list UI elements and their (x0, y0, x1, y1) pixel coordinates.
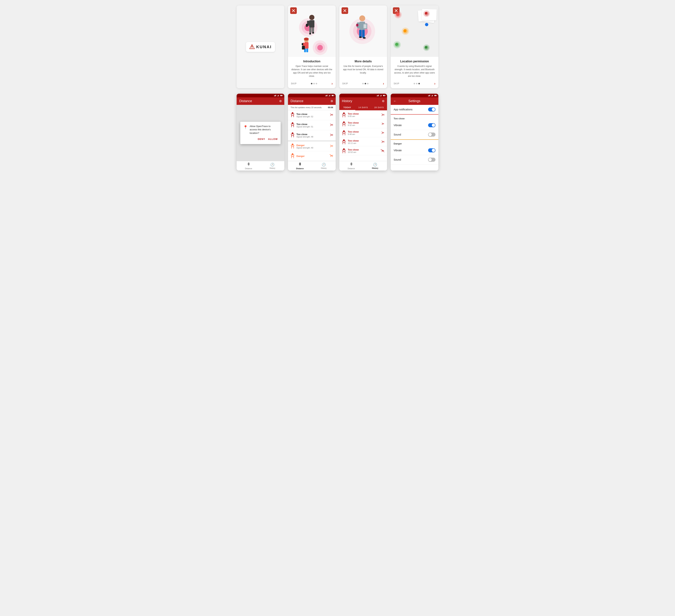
svg-rect-49 (275, 95, 276, 96)
svg-point-69 (332, 114, 332, 115)
svg-rect-88 (381, 95, 381, 96)
too-close-header: Too close (391, 115, 438, 121)
splash-screen: KUNAI (237, 5, 284, 88)
settings-screen: ← Settings App notifications Too close V… (391, 94, 438, 171)
svg-rect-87 (380, 96, 380, 96)
bt-waves-svg-2 (329, 123, 333, 126)
distance-list-screen: Distance ⚙ This list updates every 10 se… (288, 94, 336, 171)
nav-distance-3[interactable]: Distance (339, 161, 363, 171)
gear-icon-3[interactable]: ⚙ (382, 99, 384, 103)
more-details-screen: More details Use this for teams of peopl… (339, 5, 387, 88)
history-item-3: Too close 9:48 am (339, 128, 387, 137)
svg-rect-66 (332, 95, 333, 96)
danger-sound-toggle[interactable] (428, 158, 436, 162)
intro-next-button[interactable]: › (331, 81, 333, 86)
nav-history-3[interactable]: 🕐 History (363, 161, 387, 171)
svg-point-41 (363, 37, 366, 39)
settings-danger-section: Danger Vibrate Sound (391, 140, 438, 164)
history-person-svg-1 (342, 112, 346, 117)
app-notifications-toggle[interactable] (428, 107, 436, 111)
nav-history-2[interactable]: 🕐 History (312, 161, 336, 171)
intro-footer: SKIP › (288, 80, 336, 88)
history-info-2: Too close 9:32 am (348, 121, 379, 126)
gear-icon-1[interactable]: ⚙ (279, 99, 282, 103)
onboarding-row: KUNAI (5, 5, 670, 88)
svg-point-104 (383, 142, 384, 142)
location-title: Location permission (394, 60, 435, 63)
svg-rect-114 (432, 95, 432, 96)
nav-history-label-2: History (321, 167, 326, 169)
history-time-1: 9:05 am (348, 115, 379, 117)
bluetooth-icon-1 (247, 162, 250, 167)
svg-rect-86 (378, 95, 379, 96)
location-skip-button[interactable]: SKIP (394, 82, 399, 85)
tab-14-days[interactable]: 14 DAYS (355, 105, 371, 110)
signal-waves-5 (329, 154, 333, 158)
distance-label-2: Too close (296, 123, 327, 125)
history-info-5: Too close 10:52 am (348, 148, 379, 153)
svg-rect-61 (329, 96, 329, 96)
distance-info-4: Danger Signal strength: 40 (296, 144, 327, 149)
danger-vibrate-toggle[interactable] (428, 148, 436, 152)
distance-location-screen: Distance ⚙ 📍 Allow OpenTrace to access t… (237, 94, 284, 171)
dot-5 (365, 83, 366, 84)
more-details-next-button[interactable]: › (383, 81, 384, 86)
too-close-vibrate-item: Vibrate (391, 121, 438, 130)
app-notifications-label: App notifications (394, 108, 412, 111)
distance-header-1: Distance ⚙ (237, 97, 284, 105)
svg-rect-112 (430, 95, 430, 96)
intro-skip-button[interactable]: SKIP (291, 82, 297, 85)
person-icon-5 (291, 153, 295, 159)
tab-28-days[interactable]: 28 DAYS (371, 105, 387, 110)
bt-history-svg-1 (380, 113, 384, 116)
nav-history-1[interactable]: 🕐 History (260, 161, 284, 171)
history-item-2: Too close 9:32 am (339, 119, 387, 128)
history-person-svg-2 (342, 121, 346, 126)
person-warning-svg-3 (291, 132, 295, 137)
more-details-dots (362, 83, 369, 84)
tab-today[interactable]: TODAY (339, 105, 355, 110)
status-bar-1 (237, 94, 284, 97)
svg-rect-113 (431, 96, 432, 96)
distance-info-1: Too close Signal strength: 52 (296, 113, 327, 118)
intro-close-button[interactable] (290, 7, 297, 14)
more-details-skip-button[interactable]: SKIP (342, 82, 348, 85)
loc-dot-orange (403, 29, 406, 32)
intro-illustration (292, 7, 332, 55)
more-details-image-area (339, 5, 387, 57)
signal-icon-1 (277, 95, 279, 96)
bt-waves-danger-svg-1 (329, 144, 333, 148)
history-icon-2: 🕐 (322, 163, 326, 167)
too-close-sound-toggle[interactable] (428, 133, 436, 137)
bt-history-svg-3 (380, 131, 384, 135)
bt-history-svg-2 (380, 122, 384, 125)
svg-rect-110 (429, 95, 429, 96)
dot-1 (311, 83, 312, 84)
deny-button[interactable]: DENY (258, 137, 265, 141)
svg-rect-91 (385, 95, 386, 96)
svg-rect-63 (330, 95, 330, 96)
svg-rect-56 (281, 95, 282, 96)
signal-waves-3 (329, 133, 333, 137)
nav-distance-label-3: Distance (348, 168, 355, 170)
dialog-message: Allow OpenTrace to access this device's … (250, 125, 278, 135)
bottom-nav-2: Distance 🕐 History (288, 161, 336, 171)
allow-button[interactable]: ALLOW (268, 137, 278, 141)
nav-distance-1[interactable]: Distance (237, 161, 260, 171)
distance-title-1: Distance (239, 99, 252, 103)
person-icon-4 (291, 143, 295, 149)
person-danger-svg-1 (291, 143, 295, 149)
kunai-logo-text: KUNAI (256, 45, 272, 49)
too-close-vibrate-toggle[interactable] (428, 123, 436, 127)
location-next-button[interactable]: › (434, 81, 436, 86)
svg-point-81 (332, 156, 332, 156)
dialog-content: 📍 Allow OpenTrace to access this device'… (243, 125, 278, 135)
nav-distance-2[interactable]: Distance (288, 161, 312, 171)
gear-icon-2[interactable]: ⚙ (330, 99, 333, 103)
history-label-3: Too close (348, 130, 379, 133)
more-details-content: More details Use this for teams of peopl… (339, 57, 387, 80)
back-button[interactable]: ← (393, 99, 396, 103)
more-details-close-button[interactable] (342, 7, 348, 14)
svg-point-11 (317, 45, 323, 51)
danger-sound-label: Sound (394, 158, 401, 161)
